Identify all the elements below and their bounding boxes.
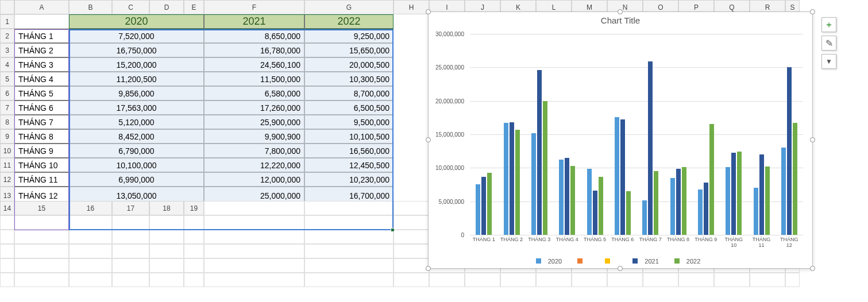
- bar-2022-8[interactable]: [682, 167, 686, 235]
- cell-A16[interactable]: [149, 230, 184, 244]
- bar-2022-12[interactable]: [793, 123, 797, 235]
- cell-month-1[interactable]: THÁNG 1: [14, 29, 69, 43]
- chart-plot-area[interactable]: [470, 34, 803, 235]
- cell-2021-7[interactable]: 25,900,000: [204, 115, 304, 129]
- cell-2021-10[interactable]: 12,220,000: [204, 158, 304, 172]
- bar-2020-7[interactable]: [642, 200, 647, 235]
- cell-G19[interactable]: [304, 273, 394, 287]
- cell-C16[interactable]: [204, 230, 304, 244]
- cell-2020-8[interactable]: 8,452,000: [69, 129, 204, 144]
- row-12[interactable]: 12: [0, 172, 14, 187]
- bar-2021-4[interactable]: [565, 158, 569, 235]
- cell-2020-11[interactable]: 6,990,000: [69, 172, 204, 187]
- row-7[interactable]: 7: [0, 100, 14, 115]
- cell-B16[interactable]: [184, 230, 204, 244]
- bar-2020-6[interactable]: [615, 117, 619, 235]
- bar-2020-5[interactable]: [587, 169, 592, 235]
- cell-month-9[interactable]: THÁNG 9: [14, 144, 69, 158]
- cell-Q16[interactable]: [0, 244, 14, 258]
- cell-R17[interactable]: [0, 258, 14, 273]
- cell-E17[interactable]: [304, 244, 394, 258]
- cell-2022-8[interactable]: 10,100,500: [304, 129, 394, 144]
- cell-D16[interactable]: [304, 230, 394, 244]
- cell-Q19[interactable]: [714, 273, 750, 287]
- col-E[interactable]: E: [184, 0, 204, 14]
- cell-2022-2[interactable]: 15,650,000: [304, 43, 394, 57]
- bar-2022-6[interactable]: [626, 191, 631, 235]
- cell-header-2021[interactable]: 2021: [204, 14, 304, 29]
- cell-month-8[interactable]: THÁNG 8: [14, 129, 69, 144]
- row-5[interactable]: 5: [0, 72, 14, 86]
- chart-elements-button[interactable]: ＋: [821, 17, 836, 32]
- cell-2020-9[interactable]: 6,790,000: [69, 144, 204, 158]
- chart-styles-button[interactable]: ✎: [821, 36, 836, 51]
- col-A[interactable]: A: [14, 0, 69, 14]
- cell-M19[interactable]: [572, 273, 607, 287]
- cell-2021-2[interactable]: 16,780,000: [204, 43, 304, 57]
- bar-2020-8[interactable]: [670, 178, 675, 235]
- cell-H19[interactable]: [394, 273, 429, 287]
- bar-2020-4[interactable]: [559, 160, 564, 235]
- bar-2020-11[interactable]: [754, 188, 758, 235]
- cell-S18[interactable]: [0, 273, 14, 287]
- bar-2022-11[interactable]: [765, 167, 770, 235]
- bar-2020-1[interactable]: [476, 184, 480, 235]
- bar-2020-10[interactable]: [726, 167, 730, 235]
- row-16[interactable]: 16: [69, 201, 112, 215]
- select-all-corner[interactable]: [0, 0, 14, 14]
- cell-D19[interactable]: [149, 273, 184, 287]
- cell-K19[interactable]: [500, 273, 536, 287]
- cell-S17[interactable]: [14, 258, 69, 273]
- cell-header-2020[interactable]: 2020: [69, 14, 204, 29]
- cell-F18[interactable]: [304, 258, 394, 273]
- cell-month-2[interactable]: THÁNG 2: [14, 43, 69, 57]
- row-9[interactable]: 9: [0, 129, 14, 144]
- row-8[interactable]: 8: [0, 115, 14, 129]
- cell-J19[interactable]: [465, 273, 500, 287]
- cell-R19[interactable]: [750, 273, 785, 287]
- bar-2021-7[interactable]: [648, 61, 653, 235]
- cell-B18[interactable]: [112, 258, 149, 273]
- col-B[interactable]: B: [69, 0, 112, 14]
- cell-A14[interactable]: [204, 201, 304, 215]
- cell-F17[interactable]: [394, 244, 429, 258]
- cell-2020-5[interactable]: 9,856,000: [69, 86, 204, 100]
- cell-C19[interactable]: [112, 273, 149, 287]
- row-19[interactable]: 19: [184, 201, 204, 215]
- cell-O19[interactable]: [643, 273, 678, 287]
- row-18[interactable]: 18: [149, 201, 184, 215]
- cell-2022-10[interactable]: 12,450,500: [304, 158, 394, 172]
- cell-2022-6[interactable]: 6,500,500: [304, 100, 394, 115]
- cell-R15[interactable]: [69, 230, 112, 244]
- row-3[interactable]: 3: [0, 43, 14, 57]
- bar-2020-9[interactable]: [698, 189, 703, 235]
- col-H[interactable]: H: [394, 0, 429, 14]
- bar-2020-12[interactable]: [781, 148, 786, 235]
- cell-C15[interactable]: [304, 215, 394, 230]
- cell-C18[interactable]: [149, 258, 184, 273]
- bar-2021-2[interactable]: [510, 122, 514, 235]
- cell-P14[interactable]: [14, 215, 69, 230]
- cell-2020-7[interactable]: 5,120,000: [69, 115, 204, 129]
- chart-filters-button[interactable]: ▼: [821, 54, 836, 69]
- cell-B19[interactable]: [69, 273, 112, 287]
- cell-2021-4[interactable]: 11,500,000: [204, 72, 304, 86]
- bar-2021-3[interactable]: [537, 70, 542, 235]
- row-11[interactable]: 11: [0, 158, 14, 172]
- bar-2022-9[interactable]: [709, 124, 714, 235]
- cell-2021-9[interactable]: 7,800,000: [204, 144, 304, 158]
- cell-2022-3[interactable]: 20,000,500: [304, 57, 394, 72]
- cell-B15[interactable]: [204, 215, 304, 230]
- row-4[interactable]: 4: [0, 57, 14, 72]
- bar-2021-1[interactable]: [481, 177, 486, 235]
- row-14[interactable]: 14: [0, 201, 14, 215]
- row-15[interactable]: 15: [14, 201, 69, 215]
- cell-S15[interactable]: [112, 230, 149, 244]
- cell-Q14[interactable]: [69, 215, 112, 230]
- cell-month-3[interactable]: THÁNG 3: [14, 57, 69, 72]
- cell-G18[interactable]: [394, 258, 429, 273]
- cell-L19[interactable]: [536, 273, 572, 287]
- col-D[interactable]: D: [149, 0, 184, 14]
- cell-2022-9[interactable]: 16,560,000: [304, 144, 394, 158]
- col-F[interactable]: F: [204, 0, 304, 14]
